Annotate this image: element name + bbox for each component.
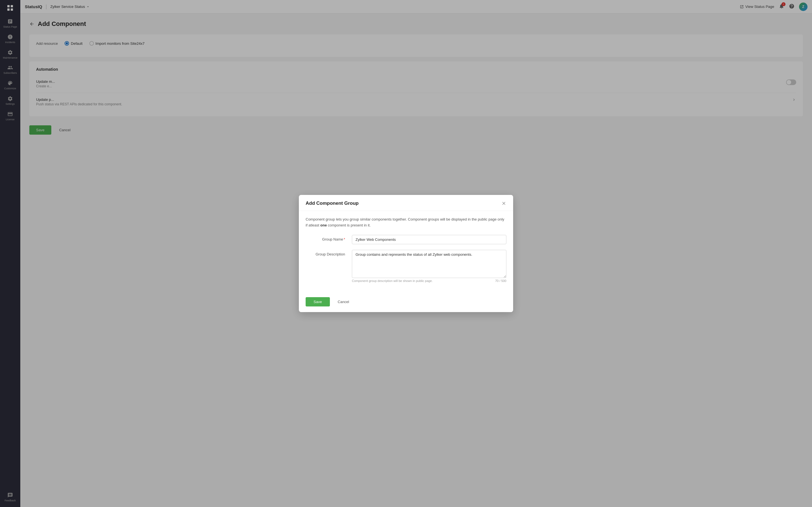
modal-header: Add Component Group <box>299 195 513 211</box>
modal-title: Add Component Group <box>306 201 359 206</box>
group-desc-textarea[interactable] <box>352 250 506 278</box>
group-desc-row: Group Description Component group descri… <box>306 250 506 283</box>
textarea-hint-text: Component group description will be show… <box>352 279 433 283</box>
add-component-group-modal: Add Component Group Component group lets… <box>299 195 513 313</box>
modal-body: Component group lets you group similar c… <box>299 211 513 294</box>
modal-footer: Save Cancel <box>299 294 513 312</box>
group-desc-label: Group Description <box>306 250 345 256</box>
group-name-label: Group Name* <box>306 235 345 241</box>
modal-close-button[interactable] <box>501 201 506 206</box>
modal-save-button[interactable]: Save <box>306 297 330 306</box>
group-name-input[interactable] <box>352 235 506 244</box>
textarea-char-count: 70 / 500 <box>495 279 506 283</box>
modal-overlay[interactable]: Add Component Group Component group lets… <box>0 0 812 507</box>
textarea-wrapper: Component group description will be show… <box>352 250 506 283</box>
group-name-row: Group Name* <box>306 235 506 244</box>
textarea-hint: Component group description will be show… <box>352 279 506 283</box>
modal-description: Component group lets you group similar c… <box>306 217 506 228</box>
modal-cancel-button[interactable]: Cancel <box>333 297 354 306</box>
